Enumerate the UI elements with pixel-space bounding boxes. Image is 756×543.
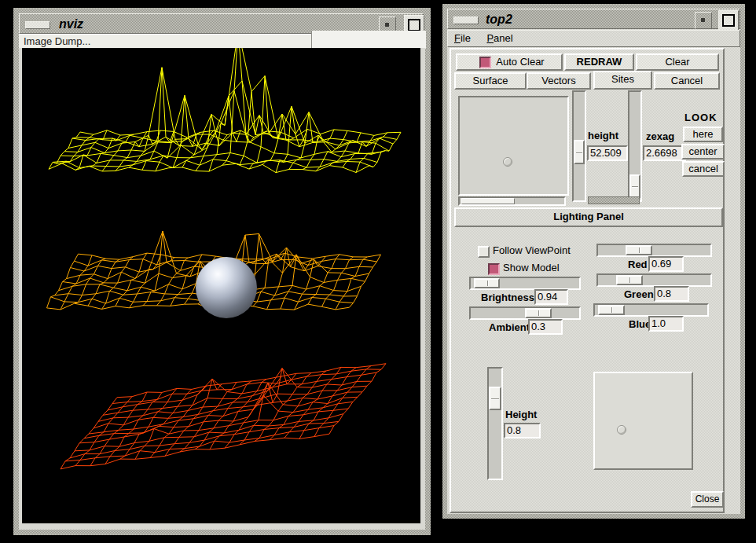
close-button[interactable]: Close — [691, 491, 724, 508]
ambient-field[interactable]: 0.3 — [528, 319, 563, 335]
red-field[interactable]: 0.69 — [648, 256, 684, 272]
sites-tab-button[interactable]: Sites — [593, 71, 652, 90]
desktop: nviz Image Dump... — [0, 0, 756, 543]
wireframe-surface-red — [61, 364, 386, 469]
show-model-label[interactable]: Show Model — [503, 262, 560, 273]
clear-button[interactable]: Clear — [636, 53, 719, 71]
view-height-label: height — [588, 130, 618, 141]
menu-file[interactable]: File — [454, 31, 471, 46]
view-height-slider[interactable] — [572, 90, 586, 202]
auto-clear-checkbox[interactable] — [479, 57, 491, 68]
view-zexag-field[interactable]: 2.6698 — [643, 145, 686, 161]
maximize-square-icon — [408, 19, 420, 31]
red-slider[interactable] — [596, 244, 712, 257]
lighting-panel-header: Lighting Panel — [454, 207, 723, 227]
green-slider-handle[interactable] — [616, 275, 643, 285]
iconify-button[interactable] — [695, 12, 712, 29]
cancel-tab-button[interactable]: Cancel — [654, 72, 720, 90]
look-center-button[interactable]: center — [681, 144, 725, 160]
red-label: Red — [628, 259, 648, 270]
light-height-slider-handle[interactable] — [489, 387, 501, 410]
view-zexag-label: zexag — [646, 130, 674, 142]
nviz-window: nviz Image Dump... — [13, 8, 431, 535]
look-label: LOOK — [684, 112, 717, 123]
light-height-label: Height — [505, 409, 537, 420]
main-panel: Auto Clear REDRAW Clear Surface Vectors … — [450, 48, 725, 513]
wireframe-surface-yellow — [49, 48, 401, 173]
red-slider-handle[interactable] — [626, 245, 652, 255]
surface-tab-button[interactable]: Surface — [454, 72, 527, 90]
follow-viewpoint-label[interactable]: Follow ViewPoint — [493, 244, 571, 256]
maximize-square-icon — [722, 14, 735, 27]
menubar-extension — [311, 31, 426, 49]
canvas-relief-frame — [19, 48, 425, 530]
light-height-field[interactable]: 0.8 — [504, 423, 541, 438]
gl-canvas[interactable] — [22, 48, 420, 523]
view-height-field[interactable]: 52.509 — [587, 145, 628, 161]
top2-menubar: File Panel — [447, 30, 740, 47]
view-position-puck[interactable] — [503, 157, 512, 167]
sphere — [196, 257, 257, 318]
vectors-tab-button[interactable]: Vectors — [527, 72, 591, 90]
light-height-slider[interactable] — [487, 367, 503, 480]
follow-viewpoint-checkbox[interactable] — [478, 246, 490, 258]
blue-label: Blue — [629, 318, 651, 330]
green-field[interactable]: 0.8 — [654, 286, 689, 302]
menu-item-image-dump[interactable]: Image Dump... — [24, 35, 90, 47]
view-zexag-slider[interactable] — [628, 90, 642, 202]
nviz-menubar: Image Dump... — [19, 34, 425, 49]
brightness-field[interactable]: 0.94 — [534, 289, 568, 305]
ambient-slider-handle[interactable] — [525, 308, 552, 318]
maximize-button[interactable] — [718, 10, 739, 31]
blue-slider[interactable] — [593, 303, 709, 317]
ambient-label: Ambient — [489, 321, 530, 333]
nviz-window-title: nviz — [59, 14, 83, 35]
green-slider[interactable] — [596, 273, 712, 287]
view-pad-scrollbar[interactable] — [458, 196, 566, 206]
clipped-widget-fragment — [588, 196, 640, 204]
look-here-button[interactable]: here — [683, 127, 723, 142]
scene-svg — [22, 48, 420, 523]
auto-clear-label: Auto Clear — [496, 56, 544, 68]
view-position-pad[interactable] — [458, 96, 569, 196]
view-zexag-slider-handle[interactable] — [629, 174, 640, 198]
top2-titlebar[interactable]: top2 — [447, 9, 740, 29]
iconify-dot-icon — [701, 18, 705, 22]
light-position-puck[interactable] — [617, 425, 626, 435]
view-pad-scrollbar-thumb[interactable] — [461, 198, 515, 204]
nviz-window-inner: nviz Image Dump... — [19, 13, 425, 530]
iconify-dot-icon — [385, 23, 389, 27]
auto-clear-toggle[interactable]: Auto Clear — [456, 53, 563, 71]
top2-window: top2 File Panel Auto Clear — [442, 4, 745, 519]
top2-window-inner: top2 File Panel Auto Clear — [447, 9, 740, 514]
minimize-icon[interactable] — [453, 17, 479, 24]
minimize-icon[interactable] — [25, 21, 50, 29]
top2-window-title: top2 — [486, 9, 512, 30]
menu-panel[interactable]: Panel — [486, 31, 512, 46]
brightness-label: Brightness — [481, 292, 534, 303]
view-height-slider-handle[interactable] — [574, 140, 585, 164]
brightness-slider[interactable] — [469, 277, 581, 290]
show-model-checkbox[interactable] — [488, 263, 500, 275]
look-cancel-button[interactable]: cancel — [682, 161, 725, 177]
blue-field[interactable]: 1.0 — [648, 316, 684, 332]
redraw-button[interactable]: REDRAW — [564, 53, 634, 71]
ambient-slider[interactable] — [469, 306, 581, 320]
blue-slider-handle[interactable] — [598, 305, 625, 315]
green-label: Green — [624, 288, 654, 300]
light-position-pad[interactable] — [593, 372, 693, 470]
brightness-slider-handle[interactable] — [474, 278, 500, 288]
